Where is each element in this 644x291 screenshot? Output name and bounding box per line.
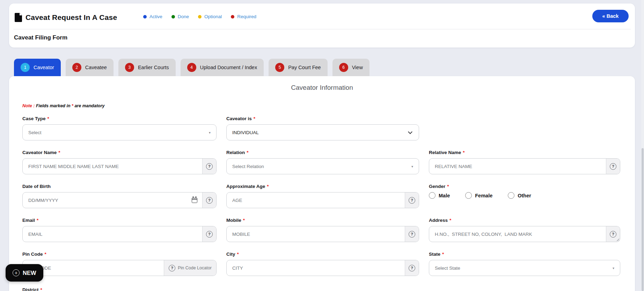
relation-value: Select Relation xyxy=(232,164,409,169)
caveator-is-value: INDIVIDUAL xyxy=(232,130,406,135)
caveator-name-help[interactable]: ? xyxy=(202,159,216,174)
mandatory-note: Note : Fields marked in * are mandatory xyxy=(22,103,105,108)
gender-male-option[interactable]: Male xyxy=(429,192,450,199)
caveator-name-field: Caveator Name * ? xyxy=(22,150,217,174)
email-help[interactable]: ? xyxy=(202,226,216,242)
relative-name-field: Relative Name * ? xyxy=(429,150,620,174)
gender-female-option[interactable]: Female xyxy=(465,192,492,199)
email-input[interactable] xyxy=(23,226,202,242)
relative-name-help[interactable]: ? xyxy=(606,159,620,174)
spacer-cell xyxy=(429,116,620,150)
gender-other-radio[interactable] xyxy=(508,192,514,199)
tab-caveatee[interactable]: 2 Caveatee xyxy=(66,59,114,76)
approximate-age-field: Approximate Age * ? xyxy=(226,184,419,208)
tab-pay-court-fee-label: Pay Court Fee xyxy=(288,65,321,70)
case-type-select[interactable]: Select ▾ xyxy=(22,124,217,140)
mobile-input[interactable] xyxy=(227,226,405,242)
address-input[interactable] xyxy=(429,226,606,242)
mobile-label: Mobile * xyxy=(226,218,419,223)
form-subtitle: Caveat Filing Form xyxy=(14,34,67,41)
city-input[interactable] xyxy=(227,260,405,276)
email-label: Email * xyxy=(22,218,217,223)
mobile-help[interactable]: ? xyxy=(405,226,419,242)
caveator-name-label: Caveator Name * xyxy=(22,150,217,155)
address-control: ? xyxy=(429,226,620,242)
tab-caveator[interactable]: 1 Caveator xyxy=(14,59,61,76)
scrollbar-track[interactable] xyxy=(641,0,644,291)
tab-view-label: View xyxy=(352,65,363,70)
caveator-form-grid: Case Type * Select ▾ Caveator is * INDIV… xyxy=(22,116,620,285)
help-icon: ? xyxy=(610,231,616,238)
email-field: Email * ? xyxy=(22,218,217,242)
chevron-down-icon xyxy=(408,130,412,134)
tab-upload-document[interactable]: 4 Upload Document / Index xyxy=(181,59,264,76)
required-asterisk: * xyxy=(41,287,42,291)
optional-dot-icon xyxy=(198,15,202,19)
caveator-is-field: Caveator is * INDIVIDUAL xyxy=(226,116,419,140)
tab-pay-court-fee[interactable]: 5 Pay Court Fee xyxy=(269,59,328,76)
state-value: Select State xyxy=(435,265,610,271)
tab-caveatee-badge: 2 xyxy=(72,63,81,72)
caveator-is-select[interactable]: INDIVIDUAL xyxy=(226,124,419,140)
new-button-label: NEW xyxy=(23,270,36,276)
address-label: Address * xyxy=(429,218,620,223)
gender-other-option[interactable]: Other xyxy=(508,192,531,199)
date-of-birth-help[interactable]: ? xyxy=(202,192,216,208)
case-type-value: Select xyxy=(28,130,206,135)
gender-field: Gender * Male Female Other xyxy=(429,184,620,208)
header-divider xyxy=(13,29,631,29)
date-of-birth-input[interactable] xyxy=(23,192,190,208)
page-title: Caveat Request In A Case xyxy=(25,13,117,22)
gender-male-label: Male xyxy=(439,193,450,198)
help-icon: ? xyxy=(409,231,415,238)
email-control: ? xyxy=(22,226,217,242)
required-asterisk: * xyxy=(37,218,38,223)
relation-select[interactable]: Select Relation ▾ xyxy=(226,158,419,174)
approximate-age-input[interactable] xyxy=(227,192,405,208)
gender-male-radio[interactable] xyxy=(429,192,436,199)
gender-female-radio[interactable] xyxy=(465,192,472,199)
back-button[interactable]: « Back xyxy=(592,10,629,22)
pin-code-input[interactable] xyxy=(23,260,164,276)
state-select[interactable]: Select State ▾ xyxy=(429,260,620,276)
calendar-icon[interactable] xyxy=(192,198,197,203)
help-icon: ? xyxy=(169,265,175,271)
new-button[interactable]: + NEW xyxy=(6,264,43,282)
pin-code-label: Pin Code * xyxy=(22,252,217,257)
caveator-name-control: ? xyxy=(22,158,217,174)
required-asterisk: * xyxy=(243,218,245,223)
required-asterisk: * xyxy=(58,150,60,155)
pin-code-locator-label: Pin Code Locator xyxy=(178,265,212,270)
tab-earlier-courts-badge: 3 xyxy=(125,63,134,72)
relation-field: Relation * Select Relation ▾ xyxy=(226,150,419,174)
legend-required-label: Required xyxy=(237,14,256,19)
approximate-age-help[interactable]: ? xyxy=(405,192,419,208)
help-icon: ? xyxy=(409,265,415,271)
help-icon: ? xyxy=(610,163,616,170)
date-of-birth-control: ? xyxy=(22,192,217,208)
gender-label: Gender * xyxy=(429,184,620,189)
pin-code-control: ? Pin Code Locator xyxy=(22,260,217,276)
legend-required: Required xyxy=(231,14,256,19)
pin-code-locator-button[interactable]: ? Pin Code Locator xyxy=(164,260,216,276)
city-help[interactable]: ? xyxy=(405,260,419,276)
tab-caveatee-label: Caveatee xyxy=(85,65,107,70)
legend-active: Active xyxy=(143,14,162,19)
scrollbar-thumb[interactable] xyxy=(642,148,644,291)
city-field: City * ? xyxy=(226,252,419,276)
date-of-birth-field: Date of Birth ? xyxy=(22,184,217,208)
relative-name-input[interactable] xyxy=(429,159,606,174)
date-of-birth-label: Date of Birth xyxy=(22,184,217,189)
relation-label: Relation * xyxy=(226,150,419,155)
plus-icon: + xyxy=(13,269,20,276)
caveator-is-label: Caveator is * xyxy=(226,116,419,121)
caveator-name-input[interactable] xyxy=(23,159,202,174)
tab-earlier-courts[interactable]: 3 Earlier Courts xyxy=(118,59,176,76)
required-asterisk: * xyxy=(447,184,449,189)
approximate-age-control: ? xyxy=(226,192,419,208)
chevron-down-icon: ▾ xyxy=(411,165,413,168)
relative-name-label: Relative Name * xyxy=(429,150,620,155)
done-dot-icon xyxy=(171,15,175,19)
tab-view[interactable]: 6 View xyxy=(332,59,369,76)
status-legend: Active Done Optional Required xyxy=(143,14,256,19)
